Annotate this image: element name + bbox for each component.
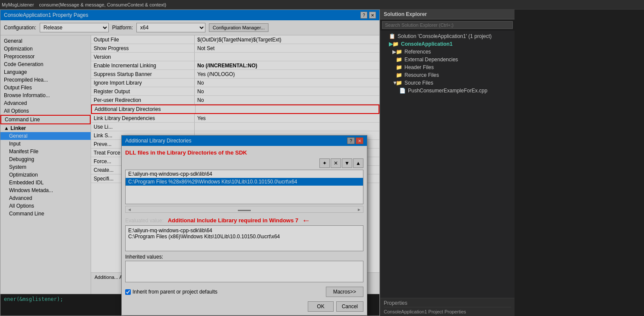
property-pages-dialog: ConsoleApplication1 Property Pages ? ✕ C… xyxy=(0,9,380,316)
se-arrow-2: ▶ xyxy=(392,49,396,55)
se-label-header-files: Header Files xyxy=(404,64,434,70)
se-icon-project: 📁 xyxy=(392,41,399,47)
se-label-consoleapp: ConsoleApplication1 xyxy=(401,41,452,47)
se-properties-header: Properties xyxy=(384,300,511,307)
se-icon-references: 📁 xyxy=(396,49,403,55)
se-search-area xyxy=(380,19,515,31)
se-item-header-files[interactable]: 📁 Header Files xyxy=(380,63,515,71)
se-icon-ext-deps: 📁 xyxy=(396,57,403,63)
se-arrow-3d: ▼ xyxy=(392,80,396,86)
se-item-source-files[interactable]: ▼ 📁 Source Files xyxy=(380,79,515,87)
se-search-input[interactable] xyxy=(382,21,513,29)
file2-label: consume(Message & message, ConsumeContex… xyxy=(39,2,167,7)
solution-explorer-header: Solution Explorer xyxy=(380,9,515,19)
se-icon-header-files: 📁 xyxy=(396,64,403,70)
se-item-solution[interactable]: 📋 Solution 'ConsoleApplication1' (1 proj… xyxy=(380,32,515,40)
se-icon-push-consumer: 📄 xyxy=(399,88,406,94)
se-properties-area: Properties ConsoleApplication1 Project P… xyxy=(380,298,515,316)
se-label-references: References xyxy=(404,49,431,55)
se-icon-source-files: 📁 xyxy=(396,80,403,86)
se-item-push-consumer[interactable]: 📄 PushConsumerExampleForEx.cpp xyxy=(380,87,515,95)
se-item-resource-files[interactable]: 📁 Resource Files xyxy=(380,71,515,79)
se-icon-solution: 📋 xyxy=(389,33,396,39)
top-bar: MyMsgListener consume(Message & message,… xyxy=(0,0,644,9)
solution-explorer-panel: Solution Explorer 📋 Solution 'ConsoleApp… xyxy=(380,9,515,316)
se-label-push-consumer: PushConsumerExampleForEx.cpp xyxy=(408,88,487,94)
modal-overlay xyxy=(0,10,379,316)
se-label-resource-files: Resource Files xyxy=(404,72,439,78)
se-properties-sub: ConsoleApplication1 Project Properties xyxy=(384,309,511,314)
se-icon-resource-files: 📁 xyxy=(396,72,403,78)
se-item-references[interactable]: ▶ 📁 References xyxy=(380,48,515,56)
se-label-solution: Solution 'ConsoleApplication1' (1 projec… xyxy=(398,33,492,39)
se-item-consoleapp[interactable]: ▶ 📁 ConsoleApplication1 xyxy=(380,40,515,48)
se-label-ext-deps: External Dependencies xyxy=(404,57,458,63)
se-arrow-1: ▶ xyxy=(389,41,392,47)
se-label-source-files: Source Files xyxy=(404,80,433,86)
se-tree: 📋 Solution 'ConsoleApplication1' (1 proj… xyxy=(380,31,515,298)
file1-label: MyMsgListener xyxy=(2,2,34,7)
se-item-ext-deps[interactable]: 📁 External Dependencies xyxy=(380,56,515,63)
